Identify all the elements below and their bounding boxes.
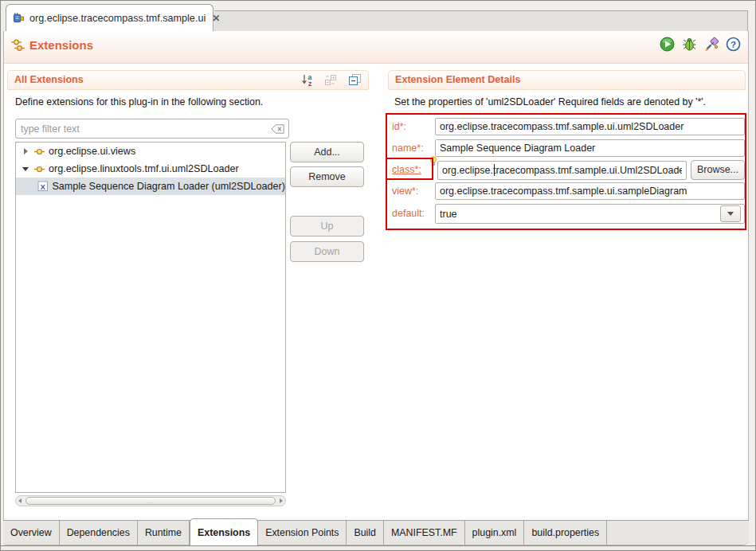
- tree-item-label: org.eclipse.linuxtools.tmf.ui.uml2SDLoad…: [49, 163, 239, 174]
- tab-manifest-mf[interactable]: MANIFEST.MF: [384, 521, 465, 545]
- page-title: Extensions: [29, 38, 93, 52]
- editor-tab-title: org.eclipse.tracecompass.tmf.sample.ui: [29, 13, 206, 24]
- svg-text:z: z: [308, 80, 311, 87]
- plugin-export-icon[interactable]: [704, 37, 720, 53]
- eclipse-plugin-editor-window: org.eclipse.tracecompass.tmf.sample.ui ✕…: [0, 0, 756, 551]
- extensions-tree[interactable]: org.eclipse.ui.views org.eclipse.linuxto…: [15, 142, 286, 493]
- toggle-expand-icon[interactable]: [323, 73, 339, 88]
- close-icon[interactable]: ✕: [212, 14, 220, 23]
- tab-plugin-xml[interactable]: plugin.xml: [465, 521, 525, 545]
- filter-field: [15, 119, 289, 139]
- name-field[interactable]: [435, 139, 745, 157]
- add-button[interactable]: Add...: [290, 142, 364, 162]
- section-title: All Extensions: [8, 71, 84, 89]
- right-section-description: Set the properties of 'uml2SDLoader' Req…: [394, 96, 746, 107]
- browse-button[interactable]: Browse...: [691, 160, 745, 180]
- form-header: [4, 31, 748, 64]
- tree-item-org-eclipse-ui-views[interactable]: org.eclipse.ui.views: [16, 143, 285, 160]
- editor-tabstrip: [214, 10, 748, 31]
- extension-point-icon: [33, 163, 45, 175]
- view-label: view*:: [392, 186, 418, 197]
- tab-extensions[interactable]: Extensions: [190, 518, 258, 545]
- section-all-extensions: All Extensions a z: [7, 70, 369, 90]
- debug-icon[interactable]: [682, 37, 698, 53]
- view-field[interactable]: [435, 182, 745, 200]
- tree-item-sample-sequence-diagram-loader[interactable]: X Sample Sequence Diagram Loader (uml2SD…: [16, 178, 285, 195]
- tab-runtime[interactable]: Runtime: [138, 521, 190, 545]
- class-label-link[interactable]: class*:: [392, 164, 421, 175]
- remove-button[interactable]: Remove: [290, 166, 364, 187]
- tab-build-properties[interactable]: build.properties: [524, 521, 607, 545]
- extension-point-icon: [33, 146, 45, 158]
- sort-icon[interactable]: a z: [301, 73, 317, 88]
- extensions-icon: [10, 37, 26, 56]
- run-icon[interactable]: [660, 37, 676, 53]
- section-extension-element-details: Extension Element Details: [388, 70, 746, 90]
- up-button[interactable]: Up: [290, 216, 364, 236]
- tree-item-label: Sample Sequence Diagram Loader (uml2SDLo…: [52, 181, 285, 192]
- down-button[interactable]: Down: [290, 241, 364, 262]
- tab-extension-points[interactable]: Extension Points: [258, 521, 347, 545]
- help-icon[interactable]: ?: [726, 37, 742, 53]
- left-section-description: Define extensions for this plug-in in th…: [15, 96, 263, 107]
- xml-element-icon: X: [37, 181, 49, 192]
- tree-item-uml2sdloader-extension[interactable]: org.eclipse.linuxtools.tmf.ui.uml2SDLoad…: [16, 160, 285, 178]
- scroll-right-icon[interactable]: [277, 498, 285, 503]
- text-cursor: [494, 164, 495, 176]
- id-label: id*:: [392, 121, 406, 132]
- name-label: name*:: [392, 143, 424, 154]
- scroll-left-icon[interactable]: [16, 498, 24, 503]
- scrollbar-thumb[interactable]: ∙∙∙: [25, 497, 276, 505]
- window-bottom-strip: [1, 546, 756, 551]
- tree-item-label: org.eclipse.ui.views: [49, 146, 135, 157]
- tab-build[interactable]: Build: [347, 521, 384, 545]
- section-title: Extension Element Details: [389, 71, 520, 89]
- combo-dropdown-icon[interactable]: [720, 205, 741, 222]
- tab-overview[interactable]: Overview: [3, 521, 60, 545]
- id-field[interactable]: [435, 118, 745, 135]
- collapse-all-icon[interactable]: [347, 73, 363, 88]
- editor-tab-plugin-manifest[interactable]: org.eclipse.tracecompass.tmf.sample.ui ✕: [6, 4, 213, 31]
- default-combo[interactable]: [435, 204, 745, 224]
- class-field[interactable]: [437, 161, 687, 180]
- svg-text:X: X: [41, 183, 45, 191]
- tree-horizontal-scrollbar[interactable]: ∙∙∙: [15, 495, 286, 506]
- default-label: default:: [392, 208, 425, 219]
- svg-text:?: ?: [731, 40, 736, 49]
- filter-input[interactable]: [16, 123, 270, 135]
- content-assist-lightbulb-icon: [429, 155, 437, 170]
- editor-page-tabbar: Overview Dependencies Runtime Extensions…: [3, 520, 749, 545]
- expand-arrow-icon[interactable]: [19, 148, 32, 154]
- tab-dependencies[interactable]: Dependencies: [60, 521, 138, 545]
- collapse-arrow-icon[interactable]: [19, 167, 32, 171]
- plugin-icon: [13, 12, 25, 24]
- clear-filter-icon[interactable]: [270, 123, 285, 135]
